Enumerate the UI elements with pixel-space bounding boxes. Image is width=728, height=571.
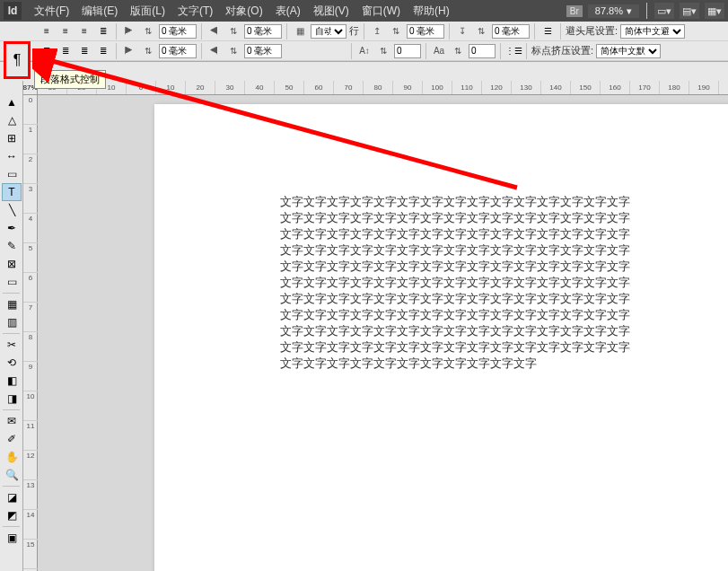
ruler-mark: 0 <box>127 81 156 94</box>
fill-stroke-icon[interactable]: ◪ <box>2 488 22 506</box>
space-after-icon: ↧ <box>454 23 470 40</box>
baseline-input[interactable] <box>394 44 421 58</box>
stepper-icon[interactable]: ⇅ <box>375 43 391 59</box>
justify-icon[interactable]: ≣ <box>95 23 111 40</box>
bh-label: 避头尾设置: <box>566 24 618 38</box>
screen-mode-icon[interactable]: ▭▾ <box>654 3 674 19</box>
gradient-swatch-icon[interactable]: ◧ <box>2 372 22 390</box>
ruler-mark: 7 <box>23 303 38 332</box>
control-row-1: ≡ ≡ ≡ ≣ ⯈ ⇅ ⯇ ⇅ ▦ 自动 行 ↥ ⇅ ↧ ⇅ ☰ 避头尾设置: … <box>0 22 728 41</box>
tooltip: 段落格式控制 <box>34 70 106 89</box>
stepper-icon[interactable]: ⇅ <box>225 43 241 59</box>
ruler-mark: 120 <box>482 81 512 94</box>
auto-dropdown[interactable]: 自动 <box>311 24 346 39</box>
canvas[interactable]: 文字文字文字文字文字文字文字文字文字文字文字文字文字文字文字文字文字文字文字文字… <box>38 95 728 571</box>
ruler-mark: 140 <box>541 81 571 94</box>
menu-layout[interactable]: 版面(L) <box>125 2 171 21</box>
horizontal-ruler[interactable]: 3020100102030405060708090100110120130140… <box>38 81 728 95</box>
zoom-dropdown[interactable]: 87.8%▾ <box>588 4 639 18</box>
menu-window[interactable]: 窗口(W) <box>356 2 406 21</box>
menu-edit[interactable]: 编辑(E) <box>76 2 123 21</box>
menu-view[interactable]: 视图(V) <box>308 2 355 21</box>
stepper-icon[interactable]: ⇅ <box>140 43 156 59</box>
stepper-icon[interactable]: ⇅ <box>388 23 404 40</box>
menu-type[interactable]: 文字(T) <box>172 2 218 21</box>
workspace-icon[interactable]: ▦▾ <box>705 3 724 19</box>
ruler-mark: 10 <box>156 81 186 94</box>
selection-tool-icon[interactable]: ▲ <box>2 93 22 111</box>
arrange-icon[interactable]: ▤▾ <box>680 3 699 19</box>
stepper-icon[interactable]: ⇅ <box>450 43 466 59</box>
line-label: 行 <box>349 24 359 38</box>
first-indent-input[interactable] <box>159 44 197 58</box>
page-tool-icon[interactable]: ⊞ <box>2 129 22 147</box>
dropchar-input[interactable] <box>469 44 496 58</box>
cell-tool-icon[interactable]: ▥ <box>2 313 22 331</box>
stepper-icon[interactable]: ⇅ <box>225 23 241 40</box>
ruler-mark: 100 <box>423 81 452 94</box>
indent-left-input[interactable] <box>159 24 197 39</box>
hand-tool-icon[interactable]: ✋ <box>2 448 22 466</box>
last-indent-icon: ⯇ <box>206 43 223 59</box>
ruler-mark: 4 <box>23 214 38 243</box>
rectangle-tool-icon[interactable]: ▭ <box>2 273 22 291</box>
vertical-ruler[interactable]: 012345678910111213141516 <box>23 95 38 571</box>
direct-selection-tool-icon[interactable]: △ <box>2 111 22 129</box>
gradient-feather-icon[interactable]: ◨ <box>2 390 22 408</box>
view-mode-icon[interactable]: ▣ <box>2 529 22 547</box>
content-collector-icon[interactable]: ▭ <box>2 165 22 183</box>
stepper-icon[interactable]: ⇅ <box>473 23 489 40</box>
ruler-mark: 180 <box>660 81 689 94</box>
last-indent-input[interactable] <box>244 44 282 58</box>
pencil-tool-icon[interactable]: ✎ <box>2 237 22 255</box>
paragraph-formatting-button[interactable]: ¶ <box>4 41 31 79</box>
ruler-mark: 90 <box>393 81 423 94</box>
stepper-icon[interactable]: ⇅ <box>140 23 156 40</box>
control-row-2: ≣ ≣ ≣ ≣ ⯈ ⇅ ⯇ ⇅ A↕ ⇅ Aa ⇅ ⋮☰ 标点挤压设置: 简体中… <box>0 41 728 61</box>
bh-dropdown[interactable]: 简体中文避头 <box>620 24 685 39</box>
type-tool-icon[interactable]: T <box>2 183 22 201</box>
default-fill-icon[interactable]: ◩ <box>2 506 22 524</box>
space-after-input[interactable] <box>492 24 530 39</box>
chevron-down-icon: ▾ <box>627 5 632 17</box>
zoom-tool-icon[interactable]: 🔍 <box>2 466 22 484</box>
bjy-dropdown[interactable]: 简体中文默认 <box>596 44 661 58</box>
app-logo: Id <box>4 2 22 20</box>
table-tool-icon[interactable]: ▦ <box>2 295 22 313</box>
menu-table[interactable]: 表(A) <box>270 2 306 21</box>
scissors-tool-icon[interactable]: ✂ <box>2 336 22 354</box>
space-before-input[interactable] <box>407 24 444 39</box>
ruler-mark: 30 <box>215 81 245 94</box>
free-transform-icon[interactable]: ⟲ <box>2 354 22 372</box>
ruler-mark: 11 <box>23 421 38 451</box>
indent-right-input[interactable] <box>244 24 282 39</box>
line-tool-icon[interactable]: ╲ <box>2 201 22 219</box>
rectangle-frame-icon[interactable]: ⊠ <box>2 255 22 273</box>
ruler-mark: 0 <box>23 95 38 125</box>
first-indent-icon: ⯈ <box>121 43 137 59</box>
menu-file[interactable]: 文件(F) <box>29 2 75 21</box>
align-right-icon[interactable]: ≡ <box>76 23 92 40</box>
justify-left-icon[interactable]: ≣ <box>39 43 55 59</box>
indent-left-icon: ⯈ <box>121 23 137 40</box>
bullet-list-icon[interactable]: ⋮☰ <box>505 43 522 59</box>
gap-tool-icon[interactable]: ↔ <box>2 147 22 165</box>
justify-center-icon[interactable]: ≣ <box>57 43 74 59</box>
menu-object[interactable]: 对象(O) <box>220 2 268 21</box>
eyedropper-tool-icon[interactable]: ✐ <box>2 430 22 448</box>
pen-tool-icon[interactable]: ✒ <box>2 219 22 237</box>
note-tool-icon[interactable]: ✉ <box>2 412 22 430</box>
ruler-mark: 10 <box>23 391 38 421</box>
bridge-badge[interactable]: Br <box>566 5 583 17</box>
ruler-mark: 9 <box>23 362 38 391</box>
menu-help[interactable]: 帮助(H) <box>408 2 455 21</box>
align-center-icon[interactable]: ≡ <box>57 23 74 40</box>
justify-all-icon[interactable]: ≣ <box>95 43 111 59</box>
ruler-mark: 20 <box>186 81 215 94</box>
align-left-icon[interactable]: ≡ <box>39 23 55 40</box>
menu-bar: Id 文件(F) 编辑(E) 版面(L) 文字(T) 对象(O) 表(A) 视图… <box>0 0 728 22</box>
ruler-mark: 60 <box>304 81 334 94</box>
justify-right-icon[interactable]: ≣ <box>76 43 92 59</box>
text-frame[interactable]: 文字文字文字文字文字文字文字文字文字文字文字文字文字文字文字文字文字文字文字文字… <box>280 194 639 372</box>
list-icon[interactable]: ☰ <box>539 23 556 40</box>
